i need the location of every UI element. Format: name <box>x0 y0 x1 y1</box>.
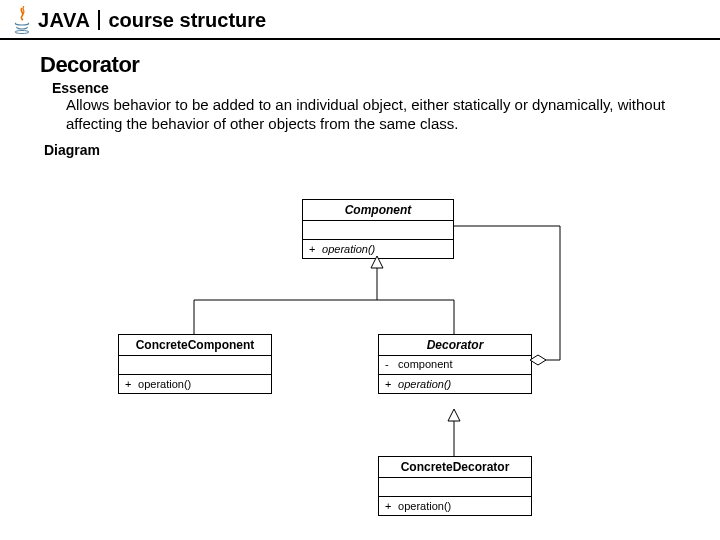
svg-marker-11 <box>448 409 460 421</box>
uml-attrs-empty <box>379 478 531 497</box>
uml-class-decorator: Decorator - component + operation() <box>378 334 532 394</box>
page-title: Decorator <box>40 52 692 78</box>
uml-attrs-empty <box>119 356 271 375</box>
uml-ops: + operation() <box>303 240 453 258</box>
uml-attrs: - component <box>379 356 531 375</box>
uml-class-name: Decorator <box>379 335 531 356</box>
svg-marker-9 <box>530 355 546 365</box>
brand-text: JAVA <box>38 9 90 32</box>
uml-attrs-empty <box>303 221 453 240</box>
uml-class-component: Component + operation() <box>302 199 454 259</box>
java-logo-icon <box>12 6 32 34</box>
uml-class-concrete-component: ConcreteComponent + operation() <box>118 334 272 394</box>
uml-ops: + operation() <box>379 497 531 515</box>
svg-point-0 <box>15 31 29 34</box>
uml-class-name: ConcreteComponent <box>119 335 271 356</box>
essence-heading: Essence <box>52 80 692 96</box>
header-subtitle: course structure <box>108 9 266 32</box>
content: Decorator Essence Allows behavior to be … <box>0 40 720 158</box>
header: JAVA course structure <box>0 0 720 40</box>
essence-text: Allows behavior to be added to an indivi… <box>66 96 682 134</box>
header-divider <box>98 10 100 30</box>
uml-ops: + operation() <box>379 375 531 393</box>
diagram-heading: Diagram <box>44 142 692 158</box>
uml-class-name: ConcreteDecorator <box>379 457 531 478</box>
uml-class-concrete-decorator: ConcreteDecorator + operation() <box>378 456 532 516</box>
uml-ops: + operation() <box>119 375 271 393</box>
uml-class-name: Component <box>303 200 453 221</box>
